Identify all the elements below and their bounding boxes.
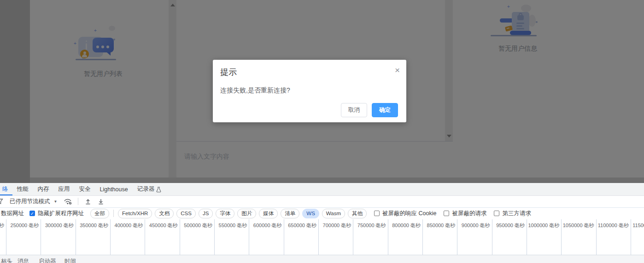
timeline-tick-label: 300000 毫秒 [38,222,74,229]
network-filter-bar: 数据网址 ✓ 隐藏扩展程序网址 全部Fetch/XHR文档CSSJS字体图片媒体… [0,207,644,220]
tab-label: 内存 [38,185,49,193]
timeline-tick-label: 1100000 毫秒 [593,222,629,229]
checkbox-icon [494,211,499,216]
message-box-title: 提示 [220,67,237,78]
timeline-tick-label: 950000 毫秒 [489,222,525,229]
throttling-label: 已停用节流模式 [10,198,50,206]
detail-tab-initiator[interactable]: 启动器 [39,257,56,263]
filter-checkboxes: 被屏蔽的响应 Cookie被屏蔽的请求第三方请求 [367,210,531,217]
chip-css[interactable]: CSS [176,209,196,218]
chip-manifest[interactable]: 清单 [281,209,299,218]
export-har-icon[interactable] [98,198,104,205]
checkbox-label: 第三方请求 [502,210,531,217]
throttling-select[interactable]: 已停用节流模式 ▼ [10,198,57,206]
tab-memory[interactable]: 内存 [33,183,54,195]
filter-icon[interactable] [0,198,3,205]
tab-label: 络 [2,185,8,193]
checkbox-blocked-cookies[interactable]: 被屏蔽的响应 Cookie [374,210,436,217]
flask-icon [156,187,161,193]
import-har-icon[interactable] [85,198,91,205]
chip-font[interactable]: 字体 [216,209,234,218]
chip-wasm[interactable]: Wasm [322,209,345,218]
chip-img[interactable]: 图片 [237,209,256,218]
request-type-chips: 全部Fetch/XHR文档CSSJS字体图片媒体清单WSWasm其他 [90,209,367,218]
detail-tab-messages[interactable]: 消息 [18,257,29,263]
chip-fetch-xhr[interactable]: Fetch/XHR [118,209,152,218]
chip-divider [113,210,114,217]
chip-all[interactable]: 全部 [90,209,109,218]
tab-label: Lighthouse [100,186,128,193]
timeline-tick-label: 1000000 毫秒 [523,222,559,229]
timeline-tick-label: 650000 毫秒 [281,222,316,229]
checkbox-third-party[interactable]: 第三方请求 [494,210,531,217]
detail-tab-timing[interactable]: 时间 [64,257,76,263]
network-conditions-icon[interactable] [64,198,72,205]
tab-label: 性能 [17,185,29,193]
cancel-button[interactable]: 取消 [341,103,367,117]
timeline-tick-label: 250000 毫秒 [3,222,39,229]
toolbar-divider [78,198,78,205]
timeline-tick-label: 500000 毫秒 [176,222,212,229]
confirm-button[interactable]: 确定 [372,103,398,117]
chip-media[interactable]: 媒体 [259,209,278,218]
message-box-text: 连接失败,是否重新连接? [220,86,290,95]
timeline-tick-label: 700000 毫秒 [315,222,351,229]
chip-js[interactable]: JS [199,209,213,218]
screenshot-root: + + 暂无用户列表 [0,0,644,263]
tab-recorder[interactable]: 记录器 [133,183,166,195]
network-toolbar: 已停用节流模式 ▼ [0,195,644,208]
checkbox-label: 被屏蔽的响应 Cookie [382,210,436,217]
timeline-tick-label: 900000 毫秒 [454,222,490,229]
request-detail-tabs: 标头消息启动器时间 [0,255,644,263]
tab-performance[interactable]: 性能 [12,183,33,195]
timeline-tick-label: 350000 毫秒 [72,222,108,229]
detail-tab-headers[interactable]: 标头 [1,257,12,263]
checkbox-label: 被屏蔽的请求 [452,210,486,217]
data-url-label: 数据网址 [1,210,24,217]
network-overview[interactable]: 200000 毫秒250000 毫秒300000 毫秒350000 毫秒4000… [0,219,644,255]
tab-security[interactable]: 安全 [75,183,95,195]
timeline-tick-label: 550000 毫秒 [211,222,247,229]
chip-doc[interactable]: 文档 [155,209,174,218]
checkbox-blocked-requests[interactable]: 被屏蔽的请求 [444,210,486,217]
tab-network[interactable]: 络 [0,183,12,195]
timeline-tick-label: 600000 毫秒 [246,222,282,229]
message-box: 提示 × 连接失败,是否重新连接? 取消 确定 [213,60,406,122]
checkbox-icon [444,211,449,216]
timeline-tick-label: 800000 毫秒 [385,222,421,229]
timeline-tick-label: 1150000 毫秒 [627,222,644,229]
hide-extension-label: 隐藏扩展程序网址 [38,210,84,217]
timeline-tick-label: 450000 毫秒 [142,222,178,229]
devtools-tab-strip: 络性能内存应用安全Lighthouse记录器 [0,183,644,196]
close-icon[interactable]: × [395,66,400,74]
chip-other[interactable]: 其他 [348,209,367,218]
tab-label: 记录器 [137,185,155,193]
devtools-panel: 络性能内存应用安全Lighthouse记录器 已停用节流模式 ▼ [0,183,644,263]
tab-label: 应用 [59,185,70,193]
timeline-tick-label: 750000 毫秒 [350,222,386,229]
tab-lighthouse[interactable]: Lighthouse [95,183,133,195]
message-box-footer: 取消 确定 [341,103,398,117]
tab-label: 安全 [79,185,91,193]
tab-application[interactable]: 应用 [54,183,75,195]
hide-extension-checkbox[interactable]: ✓ 隐藏扩展程序网址 [29,210,84,217]
chevron-down-icon: ▼ [54,200,58,204]
timeline-tick-label: 1050000 毫秒 [558,222,594,229]
timeline-tick-label: 400000 毫秒 [107,222,143,229]
checkbox-checked-icon: ✓ [29,211,35,216]
checkbox-icon [374,211,380,216]
timeline-tick-label: 850000 毫秒 [419,222,455,229]
chip-ws[interactable]: WS [302,209,319,218]
